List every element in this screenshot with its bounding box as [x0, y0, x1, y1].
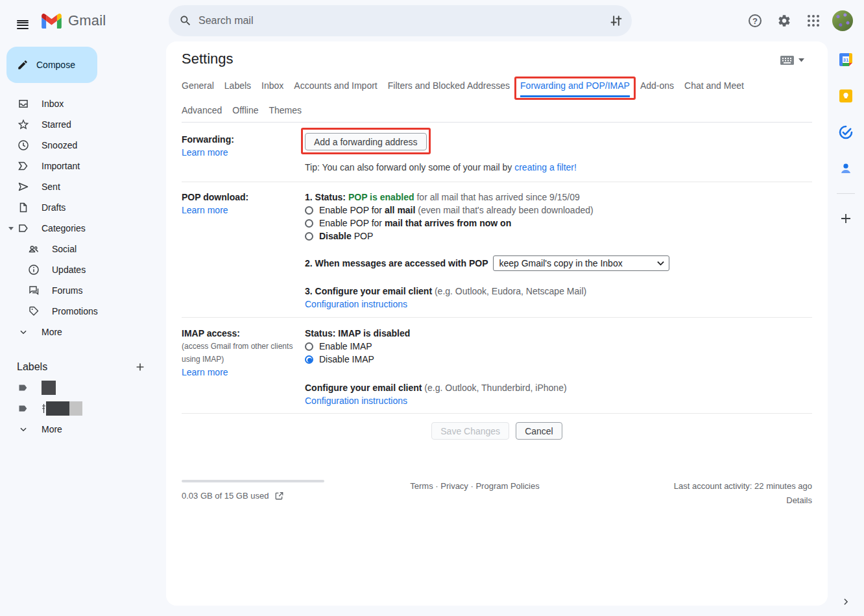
get-add-ons-button[interactable] — [833, 206, 859, 231]
tab-general[interactable]: General — [182, 73, 214, 97]
sidebar-item-inbox[interactable]: Inbox — [0, 93, 166, 114]
imap-configuration-instructions-link[interactable]: Configuration instructions — [305, 394, 407, 407]
pop-option-disable[interactable]: Disable POP — [305, 230, 812, 243]
input-tools-selector[interactable] — [780, 56, 804, 65]
create-label-button[interactable] — [131, 358, 149, 376]
option-text: Enable POP for all mail (even mail that'… — [319, 204, 594, 217]
tab-filters-and-blocked-addresses[interactable]: Filters and Blocked Addresses — [388, 73, 510, 97]
sidebar-item-drafts[interactable]: Drafts — [0, 197, 166, 218]
imap-option-enable[interactable]: Enable IMAP — [305, 340, 812, 353]
pop-behavior-selected-value: keep Gmail's copy in the Inbox — [499, 258, 622, 268]
help-button[interactable]: ? — [741, 7, 769, 34]
imap-option-disable[interactable]: Disable IMAP — [305, 353, 812, 366]
tab-accounts-and-import[interactable]: Accounts and Import — [294, 73, 377, 97]
tasks-button[interactable] — [833, 119, 859, 145]
settings-footer: 0.03 GB of 15 GB used Terms · Privacy · … — [182, 480, 812, 505]
plus-icon — [839, 212, 852, 225]
hide-side-panel-button[interactable] — [841, 597, 850, 608]
pop-status-value: POP is enabled — [348, 192, 414, 202]
radio-icon[interactable] — [305, 342, 313, 351]
chevron-down-icon — [657, 261, 664, 266]
pop-learn-more-link[interactable]: Learn more — [182, 204, 228, 217]
sidebar-item-snoozed[interactable]: Snoozed — [0, 135, 166, 156]
sidebar-item-more[interactable]: More — [0, 322, 166, 342]
contacts-icon — [839, 161, 853, 176]
details-link[interactable]: Details — [618, 495, 812, 505]
sidebar-item-sent[interactable]: Sent — [0, 176, 166, 197]
sidebar-item-promotions[interactable]: Promotions — [0, 301, 166, 322]
radio-icon[interactable] — [305, 232, 313, 241]
pop-option-from-now-on[interactable]: Enable POP for mail that arrives from no… — [305, 217, 812, 230]
save-changes-button[interactable]: Save Changes — [431, 422, 509, 440]
forwarding-learn-more-link[interactable]: Learn more — [182, 146, 228, 159]
settings-button[interactable] — [771, 7, 798, 34]
tab-forwarding-and-pop-imap[interactable]: Forwarding and POP/IMAP — [520, 73, 630, 97]
add-forwarding-address-button[interactable]: Add a forwarding address — [305, 133, 427, 150]
main-menu-button[interactable] — [9, 7, 36, 34]
tab-add-ons[interactable]: Add-ons — [640, 73, 674, 97]
search-input[interactable] — [198, 15, 603, 27]
pop-configuration-instructions-link[interactable]: Configuration instructions — [305, 298, 407, 311]
sidebar-item-label: More — [42, 327, 62, 337]
storage-text: 0.03 GB of 15 GB used — [182, 491, 269, 501]
pop-option-all-mail[interactable]: Enable POP for all mail (even mail that'… — [305, 204, 812, 217]
tab-advanced[interactable]: Advanced — [182, 97, 222, 122]
footer-policy-links[interactable]: Terms · Privacy · Program Policies — [332, 480, 618, 505]
sidebar-item-forums[interactable]: Forums — [0, 280, 166, 301]
label-item-2[interactable] — [0, 398, 166, 419]
search-options-icon[interactable] — [610, 14, 623, 27]
tab-labels[interactable]: Labels — [224, 73, 251, 97]
search-icon[interactable] — [179, 14, 192, 27]
imap-learn-more-link[interactable]: Learn more — [182, 366, 228, 379]
tab-inbox[interactable]: Inbox — [261, 73, 283, 97]
labels-more[interactable]: More — [0, 419, 166, 440]
compose-label: Compose — [36, 60, 75, 70]
sidebar-item-categories[interactable]: Categories — [0, 218, 166, 239]
paper-plane-icon — [17, 180, 30, 193]
keep-button[interactable] — [833, 83, 859, 109]
sidebar-item-updates[interactable]: Updates — [0, 259, 166, 280]
apps-button[interactable] — [800, 7, 827, 34]
gmail-logo[interactable]: Gmail — [42, 12, 106, 29]
calendar-day: 31 — [843, 57, 849, 63]
search-bar[interactable] — [169, 5, 632, 36]
expand-arrow-icon[interactable] — [8, 227, 14, 230]
sidebar-item-label: Inbox — [42, 99, 64, 109]
calendar-button[interactable]: 31 — [833, 47, 859, 73]
rail-divider — [837, 193, 855, 194]
label-item-1[interactable] — [0, 377, 166, 398]
imap-subtext-1: (access Gmail from other clients — [182, 340, 305, 353]
contacts-button[interactable] — [833, 156, 859, 182]
chat-bubbles-icon — [27, 284, 40, 297]
radio-checked-icon[interactable] — [305, 355, 313, 364]
tab-offline[interactable]: Offline — [232, 97, 258, 122]
apps-grid-icon — [808, 15, 819, 27]
inbox-icon — [17, 97, 30, 110]
creating-filter-link[interactable]: creating a filter! — [514, 161, 577, 174]
sidebar-item-label: Starred — [42, 119, 71, 130]
tab-chat-and-meet[interactable]: Chat and Meet — [684, 73, 744, 97]
sidebar-item-social[interactable]: Social — [0, 239, 166, 259]
tab-themes[interactable]: Themes — [269, 97, 302, 122]
option-text: Disable IMAP — [319, 353, 374, 366]
keyboard-icon — [780, 56, 794, 65]
cancel-button[interactable]: Cancel — [516, 422, 562, 440]
option-text: Enable IMAP — [319, 340, 372, 353]
pop-step3-rest: (e.g. Outlook, Eudora, Netscape Mail) — [432, 286, 586, 296]
compose-button[interactable]: Compose — [6, 47, 97, 83]
gear-icon — [777, 14, 791, 28]
sidebar-item-starred[interactable]: Starred — [0, 114, 166, 135]
chevron-right-icon — [841, 597, 850, 606]
avatar — [832, 10, 853, 31]
radio-icon[interactable] — [305, 206, 313, 215]
sidebar-item-important[interactable]: Important — [0, 156, 166, 176]
sidebar-item-label: Important — [42, 161, 80, 171]
open-in-new-icon[interactable] — [274, 491, 284, 501]
radio-icon[interactable] — [305, 219, 313, 228]
storage-meter — [182, 480, 324, 482]
settings-tabs: General Labels Inbox Accounts and Import… — [182, 73, 812, 123]
sidebar-item-label: Sent — [42, 182, 60, 192]
account-button[interactable] — [829, 7, 856, 34]
pop-behavior-select[interactable]: keep Gmail's copy in the Inbox — [493, 255, 669, 271]
sidebar-item-label: Snoozed — [42, 140, 77, 150]
